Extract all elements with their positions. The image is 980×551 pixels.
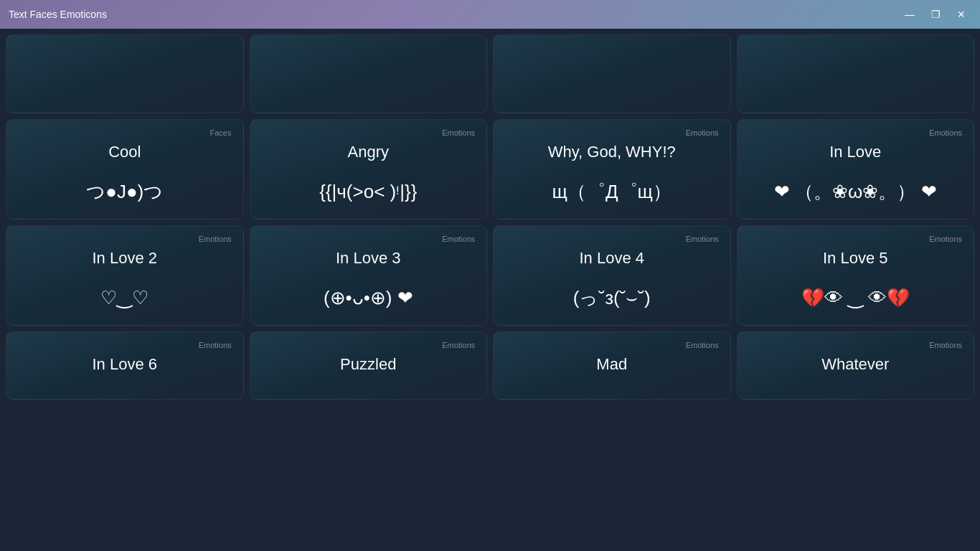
card-puzzled[interactable]: Emotions Puzzled	[250, 331, 488, 400]
card-inlove4-category: Emotions	[505, 235, 719, 243]
card-angry[interactable]: Emotions Angry {{|ч(>о< )ᵎ|}}	[250, 119, 488, 220]
card-whatever-title: Whatever	[749, 355, 963, 374]
maximize-button[interactable]: ❐	[925, 4, 946, 24]
card-whatever[interactable]: Emotions Whatever	[737, 331, 975, 400]
card-inlove2-title: In Love 2	[18, 249, 232, 268]
card-partial-2[interactable]	[250, 34, 488, 113]
card-inlove-category: Emotions	[749, 128, 963, 137]
card-inlove3-title: In Love 3	[262, 249, 476, 268]
card-mad-category: Emotions	[505, 341, 719, 349]
card-angry-category: Emotions	[262, 128, 476, 137]
card-inlove3-emoticon: (⊕•ᴗ•⊕) ❤	[262, 285, 476, 311]
card-cool-emoticon: つ●J●)つ	[18, 179, 232, 204]
close-button[interactable]: ✕	[951, 4, 971, 24]
card-whygod[interactable]: Emotions Why, God, WHY!? щ（゜Д゜щ）	[493, 119, 731, 220]
card-inlove[interactable]: Emotions In Love ❤ （。❀ω❀。） ❤	[737, 119, 975, 220]
card-inlove5-emoticon: 💔👁 ‿ 👁💔	[749, 285, 963, 311]
window-controls: — ❐ ✕	[900, 4, 971, 24]
card-mad-title: Mad	[505, 355, 719, 374]
card-puzzled-category: Emotions	[262, 341, 476, 349]
titlebar: Text Faces Emoticons — ❐ ✕	[0, 0, 980, 29]
card-inlove4-emoticon: (っ˘з(˘⌣˘)	[505, 285, 719, 311]
card-inlove3-category: Emotions	[262, 235, 476, 243]
card-inlove6-title: In Love 6	[18, 355, 232, 374]
card-cool[interactable]: Faces Cool つ●J●)つ	[6, 119, 244, 220]
card-cool-title: Cool	[18, 143, 232, 161]
card-whygod-category: Emotions	[505, 128, 719, 137]
card-whatever-category: Emotions	[749, 341, 963, 349]
card-inlove6[interactable]: Emotions In Love 6	[6, 331, 244, 400]
card-inlove-emoticon: ❤ （。❀ω❀。） ❤	[749, 179, 963, 204]
card-inlove5[interactable]: Emotions In Love 5 💔👁 ‿ 👁💔	[737, 225, 975, 326]
card-angry-emoticon: {{|ч(>о< )ᵎ|}}	[262, 179, 476, 204]
emoticon-grid: Faces Cool つ●J●)つ Emotions Angry {{|ч(>о…	[6, 34, 974, 400]
main-content: Faces Cool つ●J●)つ Emotions Angry {{|ч(>о…	[0, 29, 980, 551]
card-inlove3[interactable]: Emotions In Love 3 (⊕•ᴗ•⊕) ❤	[250, 225, 488, 326]
card-partial-3[interactable]	[493, 34, 731, 113]
card-inlove2-category: Emotions	[18, 235, 232, 243]
minimize-button[interactable]: —	[900, 4, 920, 24]
card-inlove2-emoticon: ♡‿♡	[18, 285, 232, 311]
card-inlove-title: In Love	[749, 143, 963, 161]
card-partial-1[interactable]	[6, 34, 244, 113]
card-whygod-title: Why, God, WHY!?	[505, 143, 719, 161]
card-angry-title: Angry	[262, 143, 476, 161]
card-puzzled-title: Puzzled	[262, 355, 476, 374]
card-partial-4[interactable]	[737, 34, 975, 113]
card-cool-category: Faces	[18, 128, 232, 137]
card-whygod-emoticon: щ（゜Д゜щ）	[505, 179, 719, 204]
card-inlove4-title: In Love 4	[505, 249, 719, 268]
card-inlove5-title: In Love 5	[749, 249, 963, 268]
card-inlove6-category: Emotions	[18, 341, 232, 349]
card-mad[interactable]: Emotions Mad	[493, 331, 731, 400]
card-inlove5-category: Emotions	[749, 235, 963, 243]
app-title: Text Faces Emoticons	[9, 9, 107, 20]
card-inlove4[interactable]: Emotions In Love 4 (っ˘з(˘⌣˘)	[493, 225, 731, 326]
card-inlove2[interactable]: Emotions In Love 2 ♡‿♡	[6, 225, 244, 326]
